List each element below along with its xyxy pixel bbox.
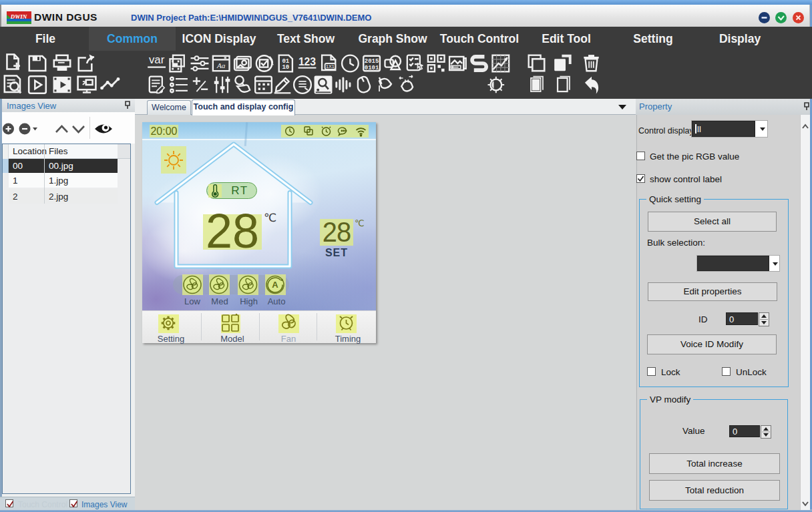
- svg-text:1X1: 1X1: [326, 63, 335, 69]
- svg-text:0101: 0101: [365, 65, 379, 71]
- svg-text:10: 10: [282, 64, 289, 71]
- svg-text:123: 123: [298, 56, 316, 67]
- svg-text:DWIN: DWIN: [10, 13, 27, 20]
- svg-text:var: var: [149, 53, 165, 66]
- svg-text:Aa: Aa: [216, 61, 226, 69]
- svg-text:A: A: [272, 280, 278, 290]
- svg-text:2015: 2015: [365, 58, 379, 65]
